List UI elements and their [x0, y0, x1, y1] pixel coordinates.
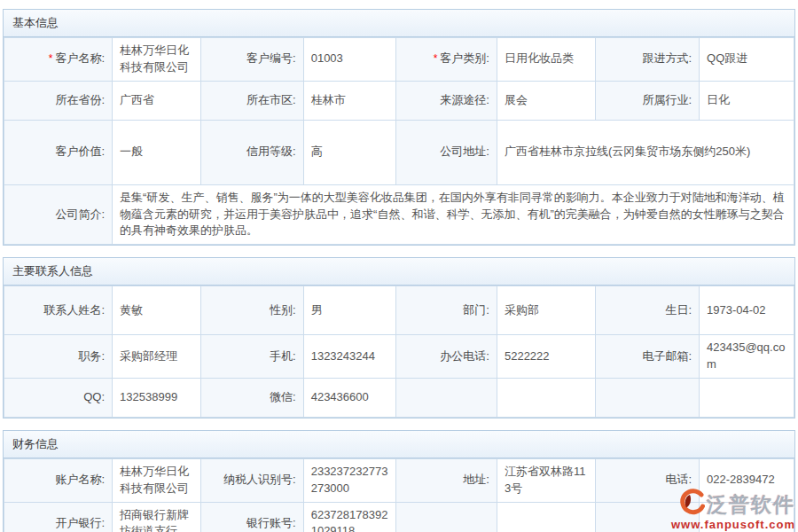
field-value: 5222222 [505, 349, 550, 363]
field-value: 132538999 [120, 390, 177, 403]
field-label-cell: 手机: [200, 335, 303, 379]
field-value: 022-2839472 [707, 473, 775, 486]
table-row: *客户名称:桂林万华日化科技有限公司客户编号:01003*客户类别:日用化妆品类… [4, 38, 794, 82]
field-label: 微信: [270, 390, 296, 403]
table-row: 账户名称:桂林万华日化科技有限公司纳税人识别号:2332372327732730… [4, 458, 794, 502]
field-value-cell: 高 [303, 120, 395, 184]
field-value-cell [497, 502, 595, 532]
finance-info-table: 账户名称:桂林万华日化科技有限公司纳税人识别号:2332372327732730… [4, 458, 794, 532]
field-value: 广西省 [120, 93, 154, 106]
field-label: 手机: [270, 349, 296, 363]
field-value: 男 [311, 303, 323, 317]
field-value-cell [497, 378, 595, 417]
finance-info-panel: 财务信息账户名称:桂林万华日化科技有限公司纳税人识别号:233237232773… [3, 430, 795, 532]
field-value-cell: 广西省 [113, 81, 201, 120]
table-row: 开户银行:招商银行新牌坊街道支行银行账号:6237281783921029118 [4, 502, 794, 532]
field-value-cell: 423435@qq.com [700, 335, 794, 379]
field-label-cell [395, 502, 497, 532]
field-value-cell: 022-2839472 [700, 458, 794, 502]
field-value-cell: 广西省桂林市京拉线(云冈集贸市场东侧约250米) [497, 120, 794, 184]
field-value: 采购部经理 [120, 349, 177, 363]
field-value: 1973-04-02 [707, 303, 766, 317]
contact-info-panel: 主要联系人信息联系人姓名:黄敏性别:男部门:采购部生日:1973-04-02职务… [3, 257, 795, 419]
field-label-cell [395, 378, 497, 417]
contact-info-table: 联系人姓名:黄敏性别:男部门:采购部生日:1973-04-02职务:采购部经理手… [4, 286, 794, 418]
field-label-cell: 客户价值: [4, 120, 113, 184]
field-value-cell: 江苏省双林路113号 [497, 458, 595, 502]
field-label-cell: 纳税人识别号: [200, 458, 303, 502]
field-label: 办公电话: [440, 349, 489, 363]
field-value-cell: 1323243244 [303, 335, 395, 379]
field-label-cell: 客户编号: [200, 38, 303, 82]
field-label: 信用等级: [246, 145, 296, 158]
field-value-cell: 233237232773273000 [303, 458, 395, 502]
field-label: 客户名称: [55, 51, 105, 65]
field-label: 公司简介: [55, 207, 105, 221]
field-value-cell: 采购部经理 [113, 335, 201, 379]
field-label-cell: 电子邮箱: [596, 335, 700, 379]
field-value: 展会 [505, 93, 528, 106]
field-value: 采购部 [505, 303, 539, 317]
field-value: 6237281783921029118 [311, 508, 388, 532]
table-row: 客户价值:一般信用等级:高公司地址:广西省桂林市京拉线(云冈集贸市场东侧约250… [4, 120, 794, 184]
field-label-cell [596, 502, 700, 532]
field-value-cell: 01003 [303, 38, 395, 82]
field-value: 是集“研发、生产、销售、服务”为一体的大型美容化妆品集团，在国内外享有非同寻常的… [120, 191, 785, 238]
field-label: 开户银行: [55, 516, 105, 529]
field-label-cell: 公司简介: [4, 184, 113, 245]
required-marker: * [434, 52, 438, 65]
field-label-cell [596, 378, 700, 417]
field-label: 公司地址: [440, 145, 489, 158]
field-value-cell: 一般 [113, 120, 201, 184]
field-label-cell: 地址: [395, 458, 497, 502]
field-value: 423436600 [311, 390, 369, 403]
field-label-cell: 来源途径: [395, 81, 497, 120]
field-label: 客户编号: [246, 51, 296, 65]
field-label-cell: 微信: [200, 378, 303, 417]
field-value: 桂林市 [311, 93, 346, 106]
field-value-cell: 日化 [700, 81, 794, 120]
field-label-cell: 开户银行: [4, 502, 113, 532]
field-value: 423435@qq.com [707, 340, 785, 371]
field-label-cell: 性别: [200, 286, 303, 335]
field-label: QQ: [83, 390, 105, 403]
field-label-cell: 所在市区: [200, 81, 303, 120]
basic-info-panel: 基本信息*客户名称:桂林万华日化科技有限公司客户编号:01003*客户类别:日用… [3, 9, 795, 246]
field-label-cell: *客户名称: [4, 38, 113, 82]
field-value-cell: 是集“研发、生产、销售、服务”为一体的大型美容化妆品集团，在国内外享有非同寻常的… [113, 184, 794, 245]
field-label-cell: 职务: [4, 335, 113, 379]
field-value: 1323243244 [311, 349, 375, 363]
field-value-cell [700, 502, 794, 532]
field-value-cell: 6237281783921029118 [303, 502, 395, 532]
field-label: 所在省份: [55, 93, 105, 106]
field-label: 生日: [665, 303, 692, 317]
field-value-cell: 132538999 [113, 378, 201, 417]
field-label: 客户价值: [55, 145, 105, 158]
field-label-cell: 电话: [596, 458, 700, 502]
field-value: 01003 [311, 51, 343, 65]
field-value-cell: 桂林市 [303, 81, 395, 120]
field-value: 日用化妆品类 [505, 51, 574, 65]
field-value-cell: 1973-04-02 [700, 286, 794, 335]
field-value-cell: 5222222 [497, 335, 595, 379]
field-value-cell: 展会 [497, 81, 595, 120]
field-label-cell: 信用等级: [200, 120, 303, 184]
finance-info-title: 财务信息 [4, 431, 794, 458]
field-label: 银行账号: [246, 516, 296, 529]
field-value-cell: 黄敏 [113, 286, 201, 335]
field-label: 跟进方式: [642, 51, 692, 65]
field-label-cell: 银行账号: [200, 502, 303, 532]
field-value-cell: 招商银行新牌坊街道支行 [113, 502, 201, 532]
table-row: QQ:132538999微信:423436600 [4, 378, 794, 417]
field-value: 高 [311, 145, 323, 158]
field-label-cell: 办公电话: [395, 335, 497, 379]
field-value: 广西省桂林市京拉线(云冈集贸市场东侧约250米) [505, 145, 750, 158]
field-label: 电子邮箱: [642, 349, 692, 363]
field-value: 招商银行新牌坊街道支行 [120, 508, 189, 532]
field-label: 地址: [463, 473, 489, 486]
field-value-cell: 桂林万华日化科技有限公司 [113, 458, 201, 502]
field-value-cell [700, 378, 794, 417]
customer-detail-page: 基本信息*客户名称:桂林万华日化科技有限公司客户编号:01003*客户类别:日用… [0, 9, 798, 532]
contact-info-title: 主要联系人信息 [4, 258, 794, 286]
field-value-cell: QQ跟进 [700, 38, 794, 82]
